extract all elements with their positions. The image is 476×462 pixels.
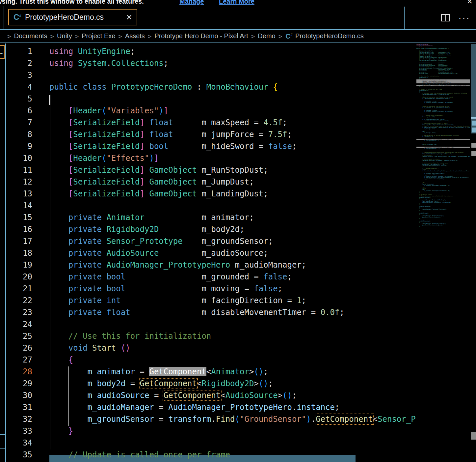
line-number[interactable]: 12 [6,176,32,188]
code-text: private Animator m_animator; [32,212,254,223]
code-text: // Update is called once per frame [32,449,230,461]
rail-divider [0,434,5,435]
line-number[interactable]: 29 [6,378,32,390]
line-number[interactable]: 11 [6,164,32,176]
ruler-marker [471,432,476,440]
line-number[interactable]: 7 [6,117,32,129]
breadcrumb-item[interactable]: Assets [125,32,145,40]
line-number[interactable]: 28 [6,366,32,378]
code-line: 18 private AudioSource m_audioSource; [6,247,416,259]
line-number[interactable]: 27 [6,354,32,366]
selected-word: GetComponent [149,367,206,376]
code-text: m_groundSensor = transform.Find("GroundS… [32,413,416,425]
close-icon[interactable]: ✕ [467,0,473,6]
breadcrumb-item[interactable]: Unity [57,32,72,40]
chevron-right-icon: > [278,33,282,40]
manage-link[interactable]: Manage [179,0,204,5]
line-number[interactable]: 31 [6,401,32,413]
line-number[interactable]: 22 [6,295,32,306]
line-number[interactable]: 16 [6,223,32,235]
breadcrumb-item[interactable]: Project Exe [82,32,115,40]
code-text: private float m_disableMovementTimer = 0… [32,306,344,318]
code-text [32,69,49,81]
breadcrumb-item[interactable]: Documents [14,32,47,40]
code-line: 22 private int m_facingDirection = 1; [6,295,416,306]
breadcrumb-item[interactable]: Demo [258,32,275,40]
line-number[interactable]: 20 [6,271,32,283]
line-number[interactable]: 3 [6,69,32,81]
line-number[interactable]: 18 [6,247,32,259]
code-text: private bool m_grounded = false; [32,271,292,283]
line-number[interactable]: 21 [6,283,32,295]
code-line: 8 [SerializeField] float m_jumpForce = 7… [6,129,416,140]
minimap-line: if (Input.GetButtonDown("Jump") && m_gro… [416,170,470,172]
code-text: private Sensor_Prototype m_groundSensor; [32,235,273,247]
line-number[interactable]: 1 [6,45,32,57]
code-line: 3 [6,69,416,81]
code-line: 12 [SerializeField] GameObject m_JumpDus… [6,176,416,188]
code-text: m_animator = GetComponent<Animator>(); [32,366,268,378]
chevron-right-icon: > [50,33,54,40]
code-editor[interactable]: 1using UnityEngine;2using System.Collect… [6,43,416,462]
learn-more-link[interactable]: Learn More [219,0,254,5]
code-text: [SerializeField] GameObject m_LandingDus… [32,188,268,200]
code-line: 11 [SerializeField] GameObject m_RunStop… [6,164,416,176]
breadcrumb-item-file[interactable]: PrototypeHeroDemo.cs [295,32,364,40]
line-number[interactable]: 19 [6,259,32,271]
scrollbar-thumb[interactable] [471,44,476,133]
code-line: 32 m_groundSensor = transform.Find("Grou… [6,413,416,425]
code-text [32,437,49,449]
minimap[interactable]: using UnityEngine;using System.Collectio… [416,44,470,255]
line-number[interactable]: 36 [6,461,32,462]
code-text [32,318,49,330]
code-line: 20 private bool m_grounded = false; [6,271,416,283]
line-number[interactable]: 9 [6,140,32,152]
line-number[interactable]: 35 [6,449,32,461]
line-number[interactable]: 4 [6,81,32,93]
more-actions-icon[interactable]: ··· [458,16,470,19]
ruler-marker [472,128,476,132]
csharp-file-icon: C# [13,13,21,21]
line-number[interactable]: 30 [6,390,32,401]
line-number[interactable]: 13 [6,188,32,200]
vertical-scrollbar[interactable] [471,43,476,462]
chevron-right-icon: > [7,33,11,40]
notification-bar: wsing. Trust this window to enable all f… [0,0,476,7]
split-editor-icon[interactable] [441,14,450,21]
minimap-line: m_body2d.velocity = new Vector2(inputX *… [416,156,470,157]
line-number[interactable]: 25 [6,330,32,342]
code-line: 10 [Header("Effects")] [6,152,416,164]
breadcrumb-item[interactable]: Prototype Hero Demo - Pixel Art [154,32,248,40]
code-line: 5 [6,93,416,105]
tab-close-icon[interactable]: × [126,14,132,20]
line-number[interactable]: 17 [6,235,32,247]
code-text: [Header("Variables")] [32,105,168,117]
occurrence-highlight: GetComponent [140,379,197,388]
line-number[interactable]: 34 [6,437,32,449]
code-text: [Header("Effects")] [32,152,159,164]
line-number[interactable]: 14 [6,200,32,212]
line-number[interactable]: 10 [6,152,32,164]
code-line: 9 [SerializeField] bool m_hideSword = fa… [6,140,416,152]
line-number[interactable]: 23 [6,306,32,318]
line-number[interactable]: 33 [6,425,32,437]
line-number[interactable]: 26 [6,342,32,354]
ruler-marker [471,117,476,119]
left-rail [0,43,6,462]
line-number[interactable]: 24 [6,318,32,330]
line-number[interactable]: 15 [6,212,32,223]
occurrence-highlight: GetComponent [316,415,373,424]
code-text [32,93,49,105]
line-number[interactable]: 2 [6,57,32,69]
code-text: private AudioSource m_audioSource; [32,247,268,259]
code-line: 19 private AudioManager_PrototypeHero m_… [6,259,416,271]
ellipsis-overflow-button[interactable]: ... [0,45,5,59]
code-line: 2using System.Collections; [6,57,416,69]
line-number[interactable]: 8 [6,129,32,140]
line-number[interactable]: 32 [6,413,32,425]
line-number[interactable]: 5 [6,93,32,105]
code-text: private int m_facingDirection = 1; [32,295,306,306]
line-number[interactable]: 6 [6,105,32,117]
tab-prototypeherodemo[interactable]: C# PrototypeHeroDemo.cs × [8,9,137,25]
chevron-right-icon: > [118,33,122,40]
